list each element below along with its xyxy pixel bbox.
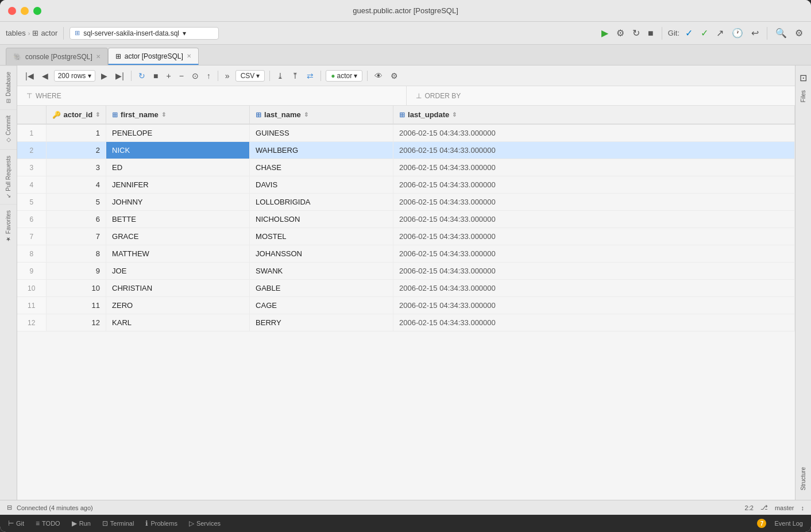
refresh-button[interactable]: ↻ — [630, 26, 642, 40]
table-row[interactable]: 55JOHNNYLOLLOBRIGIDA2006-02-15 04:34:33.… — [17, 194, 795, 211]
first-page-button[interactable]: |◀ — [23, 70, 36, 82]
first-name-cell[interactable]: BETTE — [106, 211, 250, 228]
git-history-button[interactable]: 🕐 — [729, 26, 746, 40]
run-button[interactable]: ▶ — [599, 26, 611, 40]
csv-button[interactable]: CSV ▾ — [235, 70, 265, 82]
structure-label[interactable]: Structure — [798, 462, 809, 495]
sidebar-item-database[interactable]: ⊟ Database — [0, 65, 17, 109]
remove-row-button[interactable]: − — [177, 70, 186, 82]
minimize-button[interactable] — [21, 7, 29, 15]
last-update-header[interactable]: ⊞ last_update ⇕ — [393, 106, 795, 124]
table-row[interactable]: 33EDCHASE2006-02-15 04:34:33.000000 — [17, 159, 795, 176]
console-tab-close[interactable]: ✕ — [96, 53, 101, 60]
download-button[interactable]: ⤓ — [275, 70, 286, 82]
stop-button[interactable]: ■ — [646, 27, 656, 40]
git-icon: ⎇ — [760, 504, 768, 511]
last-name-header[interactable]: ⊞ last_name ⇕ — [250, 106, 393, 124]
git-bottom-item[interactable]: ⊢ Git — [3, 518, 29, 529]
first-name-cell[interactable]: KARL — [106, 314, 250, 331]
table-row[interactable]: 22NICKWAHLBERG2006-02-15 04:34:33.000000 — [17, 142, 795, 159]
file-selector[interactable]: ⊞ sql-server-sakila-insert-data.sql ▾ — [69, 27, 219, 40]
sidebar-item-commit[interactable]: ◇ Commit — [0, 109, 17, 149]
add-row-button[interactable]: + — [164, 70, 173, 82]
settings2-button[interactable]: ⚙ — [388, 70, 400, 82]
problems-bottom-item[interactable]: ℹ Problems — [141, 518, 181, 529]
last-name-sort-icon[interactable]: ⇕ — [304, 111, 308, 118]
table-row[interactable]: 11PENELOPEGUINESS2006-02-15 04:34:33.000… — [17, 124, 795, 142]
terminal-bottom-item[interactable]: ⊡ Terminal — [98, 518, 139, 529]
actor-tab-close[interactable]: ✕ — [187, 53, 191, 59]
files-panel-icon[interactable]: ⊡ — [797, 70, 809, 86]
first-name-cell[interactable]: JENNIFER — [106, 176, 250, 194]
actor-tab-icon: ⊞ — [115, 52, 121, 60]
first-name-sort-icon[interactable]: ⇕ — [161, 111, 166, 118]
first-name-header[interactable]: ⊞ first_name ⇕ — [106, 106, 250, 124]
breadcrumb-actor[interactable]: ⊞ actor — [32, 29, 57, 37]
actor-id-cell: 12 — [46, 314, 106, 331]
services-bottom-item[interactable]: ▷ Services — [184, 518, 225, 529]
sidebar-item-pull-requests[interactable]: ↙ Pull Requests — [0, 149, 17, 204]
table-row[interactable]: 44JENNIFERDAVIS2006-02-15 04:34:33.00000… — [17, 176, 795, 194]
actor-id-col-icon: 🔑 — [52, 111, 61, 119]
actor-id-cell: 1 — [46, 124, 106, 142]
first-name-cell[interactable]: NICK — [106, 142, 250, 159]
close-button[interactable] — [8, 7, 16, 15]
last-name-cell: CAGE — [250, 297, 393, 314]
table-row[interactable]: 66BETTENICHOLSON2006-02-15 04:34:33.0000… — [17, 211, 795, 228]
settings-button[interactable]: ⚙ — [793, 26, 805, 40]
event-log-item[interactable]: Event Log — [770, 518, 808, 529]
first-name-cell[interactable]: GRACE — [106, 228, 250, 245]
git-check2-button[interactable]: ✓ — [698, 26, 710, 40]
more-button[interactable]: » — [223, 70, 232, 82]
duplicate-button[interactable]: ⊙ — [190, 70, 201, 82]
rows-selector[interactable]: 200 rows ▾ — [54, 70, 96, 82]
first-name-col-label: first_name — [121, 110, 159, 119]
last-update-sort-icon[interactable]: ⇕ — [452, 111, 457, 118]
actor-id-sort-icon[interactable]: ⇕ — [95, 111, 100, 118]
git-check-button[interactable]: ✓ — [683, 26, 695, 40]
last-page-button[interactable]: ▶| — [113, 70, 126, 82]
table-row[interactable]: 1212KARLBERRY2006-02-15 04:34:33.000000 — [17, 314, 795, 331]
actor-id-header[interactable]: 🔑 actor_id ⇕ — [46, 106, 106, 124]
actor-selector[interactable]: ● actor ▾ — [326, 70, 362, 82]
table-row[interactable]: 1111ZEROCAGE2006-02-15 04:34:33.000000 — [17, 297, 795, 314]
last-name-cell: CHASE — [250, 159, 393, 176]
filter-section[interactable]: ⊤ WHERE — [17, 86, 407, 105]
first-name-cell[interactable]: ZERO — [106, 297, 250, 314]
table-row[interactable]: 77GRACEMOSTEL2006-02-15 04:34:33.000000 — [17, 228, 795, 245]
tab-actor[interactable]: ⊞ actor [PostgreSQL] ✕ — [108, 48, 199, 65]
table-row[interactable]: 88MATTHEWJOHANSSON2006-02-15 04:34:33.00… — [17, 245, 795, 263]
prev-page-button[interactable]: ◀ — [40, 70, 51, 82]
first-name-cell[interactable]: JOHNNY — [106, 194, 250, 211]
actor-id-cell: 9 — [46, 263, 106, 280]
refresh-data-button[interactable]: ↻ — [136, 70, 148, 82]
first-name-cell[interactable]: CHRISTIAN — [106, 280, 250, 297]
services-bottom-label: Services — [196, 520, 221, 527]
actor-id-cell: 11 — [46, 297, 106, 314]
first-name-cell[interactable]: JOE — [106, 263, 250, 280]
sidebar-item-favorites[interactable]: ★ Favorites — [0, 204, 17, 248]
move-up-button[interactable]: ↑ — [204, 70, 213, 82]
first-name-cell[interactable]: ED — [106, 159, 250, 176]
first-name-cell[interactable]: MATTHEW — [106, 245, 250, 263]
rows-label: 200 rows — [58, 72, 86, 80]
table-row[interactable]: 1010CHRISTIANGABLE2006-02-15 04:34:33.00… — [17, 280, 795, 297]
maximize-button[interactable] — [33, 7, 41, 15]
orderby-section[interactable]: ⊥ ORDER BY — [407, 86, 795, 105]
first-name-cell[interactable]: PENELOPE — [106, 124, 250, 142]
search-button[interactable]: 🔍 — [773, 26, 789, 40]
git-arrow-button[interactable]: ↗ — [714, 26, 726, 40]
git-revert-button[interactable]: ↩ — [749, 26, 761, 40]
stop-data-button[interactable]: ■ — [151, 70, 160, 82]
compare-button[interactable]: ⇄ — [304, 70, 316, 82]
todo-bottom-item[interactable]: ≡ TODO — [31, 518, 65, 529]
table-row[interactable]: 99JOESWANK2006-02-15 04:34:33.000000 — [17, 263, 795, 280]
view-button[interactable]: 👁 — [372, 70, 385, 82]
breadcrumb-tables[interactable]: tables — [6, 29, 26, 37]
settings-run-button[interactable]: ⚙ — [614, 26, 627, 40]
run-bottom-item[interactable]: ▶ Run — [67, 518, 95, 529]
next-page-button[interactable]: ▶ — [99, 70, 110, 82]
upload-button[interactable]: ⤒ — [289, 70, 301, 82]
files-label[interactable]: Files — [798, 86, 809, 107]
tab-console[interactable]: 🐘 console [PostgreSQL] ✕ — [6, 48, 108, 65]
